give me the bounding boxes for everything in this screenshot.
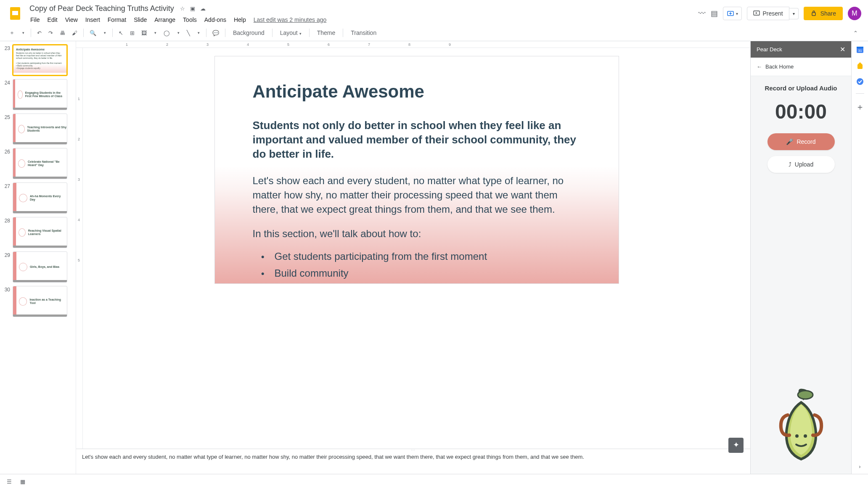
slide-thumbnail[interactable]: Ah-ha Moments Every Day — [13, 182, 67, 214]
slide-intro[interactable]: In this section, we'll talk about how to… — [253, 228, 581, 240]
slide-thumbnail[interactable]: Teaching Introverts and Shy Students — [13, 114, 67, 145]
background-button[interactable]: Background — [229, 28, 269, 38]
slide-thumbnail[interactable]: Reaching Visual Spatial Learners — [13, 217, 67, 248]
paint-format-button[interactable]: 🖌 — [69, 28, 80, 38]
menu-help[interactable]: Help — [230, 15, 249, 25]
list-item[interactable]: Get students participating from the firs… — [261, 248, 581, 265]
audio-section-title: Record or Upload Audio — [765, 85, 837, 92]
thumbnail-panel: 23 Anticipate AwesomeStudents not only d… — [0, 41, 76, 474]
print-button[interactable]: 🖶 — [57, 28, 68, 38]
slide-thumbnail[interactable]: Celebrate National "Be Heard" Day — [13, 148, 67, 179]
zoom-dropdown[interactable]: ▾ — [101, 29, 109, 37]
thumb-number: 24 — [3, 79, 10, 86]
back-home-button[interactable]: ← Back Home — [751, 58, 851, 76]
select-tool[interactable]: ↖ — [116, 28, 126, 38]
collapse-rail-icon[interactable]: › — [859, 463, 860, 470]
account-avatar[interactable]: M — [848, 7, 861, 20]
last-edit-link[interactable]: Last edit was 2 minutes ago — [254, 16, 327, 23]
menu-arrange[interactable]: Arrange — [151, 15, 179, 25]
vertical-ruler[interactable]: 1 2 3 4 5 — [76, 48, 83, 449]
thumb-number: 27 — [3, 182, 10, 189]
svg-point-5 — [798, 391, 813, 399]
comments-icon[interactable]: ▤ — [711, 9, 718, 18]
upload-button[interactable]: ⤴ Upload — [767, 156, 835, 173]
line-tool[interactable]: ╲ — [184, 28, 193, 38]
move-icon[interactable]: ▣ — [190, 5, 195, 12]
bottom-bar: ☰ ▦ — [0, 474, 868, 489]
slide-thumbnail[interactable]: Girls, Boys, and Bias — [13, 251, 67, 283]
speaker-notes[interactable]: ⋯ Let's show each and every student, no … — [76, 449, 750, 474]
cloud-icon[interactable]: ☁ — [200, 5, 206, 12]
svg-rect-4 — [812, 13, 815, 16]
redo-button[interactable]: ↷ — [46, 28, 56, 38]
separator — [309, 29, 310, 37]
menu-edit[interactable]: Edit — [44, 15, 61, 25]
share-button[interactable]: Share — [804, 7, 843, 20]
new-slide-dropdown[interactable]: ▾ — [19, 29, 27, 37]
add-addon-icon[interactable]: ＋ — [856, 101, 864, 113]
textbox-tool[interactable]: ⊞ — [127, 28, 137, 38]
add-to-slides-button[interactable]: ▾ — [723, 7, 742, 20]
record-button[interactable]: 🎤 Record — [767, 133, 835, 150]
menu-view[interactable]: View — [62, 15, 81, 25]
separator — [83, 29, 84, 37]
svg-rect-1 — [12, 11, 18, 15]
slide-subtitle[interactable]: Students not only do better in school wh… — [253, 119, 581, 161]
line-dropdown[interactable]: ▾ — [194, 29, 203, 37]
list-item[interactable]: Engage students equally — [261, 282, 581, 283]
calendar-icon[interactable]: 31 — [856, 45, 864, 54]
svg-point-11 — [857, 78, 863, 85]
zoom-button[interactable]: 🔍 — [87, 28, 99, 38]
list-item[interactable]: Build community — [261, 265, 581, 282]
slide-bullet-list[interactable]: Get students participating from the firs… — [253, 248, 581, 283]
slide-thumbnail[interactable]: Inaction as a Teaching Tool — [13, 286, 67, 317]
notes-resize-handle[interactable]: ⋯ — [411, 447, 416, 453]
activity-icon[interactable]: 〰 — [698, 9, 706, 18]
shape-tool[interactable]: ◯ — [161, 28, 172, 38]
menu-slide[interactable]: Slide — [130, 15, 150, 25]
slides-logo[interactable] — [7, 5, 24, 22]
thumb-number: 28 — [3, 217, 10, 224]
slide-thumbnail[interactable]: Engaging Students in the First Few Minut… — [13, 79, 67, 110]
pear-mascot-icon — [767, 386, 835, 465]
transition-button[interactable]: Transition — [347, 28, 381, 38]
grid-view-icon[interactable]: ▦ — [20, 478, 25, 485]
slide-paragraph[interactable]: Let's show each and every student, no ma… — [253, 174, 581, 216]
theme-button[interactable]: Theme — [313, 28, 340, 38]
slide-title[interactable]: Anticipate Awesome — [253, 82, 581, 102]
thumb-number: 26 — [3, 148, 10, 155]
separator — [272, 29, 273, 37]
new-slide-button[interactable]: ＋ — [7, 27, 17, 38]
thumb-number: 29 — [3, 251, 10, 258]
separator — [856, 93, 864, 94]
collapse-toolbar-icon[interactable]: ⌃ — [850, 28, 861, 38]
image-tool[interactable]: 🖼 — [139, 28, 149, 38]
tasks-icon[interactable] — [856, 77, 864, 86]
present-dropdown[interactable]: ▾ — [789, 8, 799, 19]
svg-text:31: 31 — [858, 49, 862, 53]
filmstrip-view-icon[interactable]: ☰ — [7, 478, 12, 485]
separator — [206, 29, 206, 37]
present-button[interactable]: Present — [747, 7, 789, 20]
menu-format[interactable]: Format — [104, 15, 130, 25]
shape-dropdown[interactable]: ▾ — [174, 29, 183, 37]
present-label: Present — [762, 10, 783, 17]
menu-addons[interactable]: Add-ons — [201, 15, 230, 25]
slide-thumbnail[interactable]: Anticipate AwesomeStudents not only do b… — [13, 45, 67, 76]
undo-button[interactable]: ↶ — [34, 28, 44, 38]
explore-button[interactable]: ✦ — [728, 438, 744, 453]
layout-button[interactable]: Layout ▾ — [276, 28, 306, 38]
keep-icon[interactable] — [856, 61, 864, 70]
star-icon[interactable]: ☆ — [180, 5, 185, 12]
menu-file[interactable]: File — [27, 15, 43, 25]
notes-text[interactable]: Let's show each and every student, no ma… — [82, 454, 584, 460]
image-dropdown[interactable]: ▾ — [151, 29, 159, 37]
menu-tools[interactable]: Tools — [180, 15, 200, 25]
slide-canvas[interactable]: Anticipate Awesome Students not only do … — [215, 56, 619, 283]
menu-insert[interactable]: Insert — [82, 15, 103, 25]
document-title[interactable]: Copy of Pear Deck Teaching Truths Activi… — [27, 3, 177, 14]
comment-button[interactable]: 💬 — [210, 28, 222, 38]
horizontal-ruler[interactable]: 1 2 3 4 5 6 7 8 9 — [76, 41, 750, 48]
upload-icon: ⤴ — [789, 161, 791, 168]
close-icon[interactable]: ✕ — [840, 45, 845, 53]
